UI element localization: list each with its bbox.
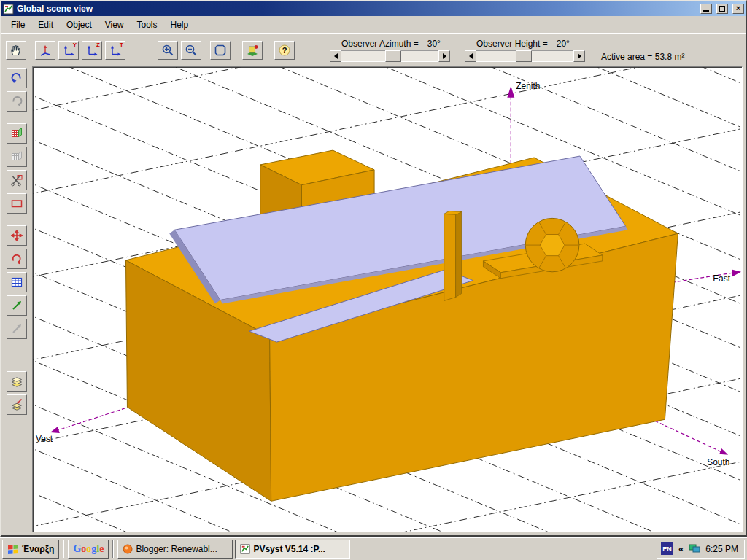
right-arrow-icon xyxy=(578,53,584,59)
height-label: Observer Height = xyxy=(476,39,548,49)
red-rectangle-icon xyxy=(10,197,23,210)
svg-text:?: ? xyxy=(282,46,287,55)
measure-button[interactable] xyxy=(7,295,27,316)
network-icon[interactable] xyxy=(689,544,700,554)
scene-canvas[interactable]: Zenith East South Vest xyxy=(32,66,743,532)
height-scroll-thumb[interactable] xyxy=(516,50,532,62)
layers-arrow-icon xyxy=(10,398,23,411)
azimuth-scroll-thumb[interactable] xyxy=(385,50,401,62)
move-object-button[interactable] xyxy=(7,225,27,246)
restore-icon xyxy=(719,6,725,12)
toolbar: Y Z T xyxy=(1,33,746,66)
zoom-out-button[interactable] xyxy=(181,41,201,60)
restore-button[interactable] xyxy=(716,4,728,14)
scissors-icon xyxy=(10,174,23,187)
scene-grid-disabled-icon xyxy=(10,150,23,163)
object-table-button[interactable] xyxy=(7,272,27,292)
edit-scene-button[interactable] xyxy=(7,123,27,144)
app-window: Global scene view × File Edit Object Vie… xyxy=(0,0,747,537)
menu-file[interactable]: File xyxy=(4,18,31,32)
task-button-pvsyst[interactable]: PVsyst V5.14 :P... xyxy=(235,540,350,559)
layers-button[interactable] xyxy=(7,371,27,392)
rotate-object-button[interactable] xyxy=(7,249,27,269)
menu-tools[interactable]: Tools xyxy=(131,18,164,32)
menubar: File Edit Object View Tools Help xyxy=(1,16,746,33)
axes-3d-icon xyxy=(39,44,52,57)
titlebar[interactable]: Global scene view × xyxy=(1,1,746,16)
left-arrow-icon xyxy=(466,53,473,59)
window-title: Global scene view xyxy=(17,4,696,14)
height-value: 20° xyxy=(557,39,570,49)
minimize-button[interactable] xyxy=(700,4,712,14)
undo-icon xyxy=(10,71,23,85)
zenith-label: Zenith xyxy=(516,81,540,91)
start-button[interactable]: Έναρξη xyxy=(2,540,59,559)
zoom-in-icon xyxy=(161,44,174,57)
system-tray: EN « 6:25 PM xyxy=(657,540,745,559)
start-label: Έναρξη xyxy=(22,544,54,554)
east-label: East xyxy=(713,273,731,284)
task-button-blogger[interactable]: Blogger: Renewabl... xyxy=(117,540,233,559)
azimuth-control: Observer Azimuth = 30° xyxy=(330,39,450,62)
right-arrow-icon xyxy=(443,53,449,59)
view-front-button[interactable]: Y xyxy=(58,41,79,60)
menu-edit[interactable]: Edit xyxy=(31,18,60,32)
close-button[interactable]: × xyxy=(732,4,744,14)
render-shadows-button[interactable] xyxy=(242,41,263,60)
taskbar-separator xyxy=(63,540,64,558)
grid-table-icon xyxy=(10,276,23,289)
menu-help[interactable]: Help xyxy=(164,18,196,32)
view-side-button[interactable]: T xyxy=(105,41,125,60)
measure-button-disabled[interactable] xyxy=(7,319,27,339)
cut-object-button[interactable] xyxy=(7,170,27,190)
desktop: Global scene view × File Edit Object Vie… xyxy=(0,0,747,560)
azimuth-scroll-track[interactable] xyxy=(341,50,438,62)
rotate-arrow-icon xyxy=(10,252,23,265)
green-arrow-icon xyxy=(10,299,23,312)
azimuth-scroll-left-button[interactable] xyxy=(330,50,341,62)
side-toolbar xyxy=(1,66,32,532)
taskbar: Έναρξη Google Blogger: Renewabl... PVsys… xyxy=(0,537,747,560)
height-scroll-right-button[interactable] xyxy=(573,50,585,62)
left-arrow-icon xyxy=(331,53,338,59)
gray-arrow-icon xyxy=(10,322,23,335)
hand-icon xyxy=(9,44,23,57)
minimize-icon xyxy=(703,10,709,12)
redo-icon xyxy=(10,95,23,108)
tray-clock[interactable]: 6:25 PM xyxy=(704,544,738,554)
workspace: Zenith East South Vest xyxy=(1,66,746,535)
edit-object-button-disabled[interactable] xyxy=(7,147,27,167)
azimuth-label: Observer Azimuth = xyxy=(341,39,419,49)
app-icon xyxy=(3,4,14,15)
azimuth-value: 30° xyxy=(427,39,441,49)
pan-button[interactable] xyxy=(6,41,26,60)
scene-render-icon xyxy=(246,44,259,57)
help-button[interactable]: ? xyxy=(274,41,295,60)
help-icon: ? xyxy=(278,44,291,57)
dome xyxy=(525,218,579,271)
height-scroll-left-button[interactable] xyxy=(465,50,476,62)
tray-chevron[interactable]: « xyxy=(677,543,685,554)
west-label: Vest xyxy=(36,434,53,444)
active-area-label: Active area = 53.8 m² xyxy=(601,52,684,62)
layers-icon xyxy=(10,375,23,388)
undo-button[interactable] xyxy=(7,68,27,88)
language-indicator[interactable]: EN xyxy=(661,542,673,555)
azimuth-scrollbar[interactable] xyxy=(330,50,450,62)
redo-button[interactable] xyxy=(7,91,27,112)
height-scrollbar[interactable] xyxy=(465,50,585,62)
pvsyst-icon xyxy=(240,544,250,554)
view-top-button[interactable]: Z xyxy=(82,41,102,60)
height-scroll-track[interactable] xyxy=(476,50,573,62)
zoom-out-icon xyxy=(185,44,198,57)
menu-object[interactable]: Object xyxy=(60,18,98,32)
select-zone-button[interactable] xyxy=(7,193,27,214)
layers-select-button[interactable] xyxy=(7,394,27,415)
view-axo-button[interactable] xyxy=(35,41,55,60)
zoom-fit-button[interactable] xyxy=(210,41,231,60)
google-button[interactable]: Google xyxy=(68,540,109,559)
zoom-in-button[interactable] xyxy=(158,41,178,60)
close-icon: × xyxy=(736,4,740,12)
menu-view[interactable]: View xyxy=(98,18,131,32)
azimuth-scroll-right-button[interactable] xyxy=(438,50,450,62)
